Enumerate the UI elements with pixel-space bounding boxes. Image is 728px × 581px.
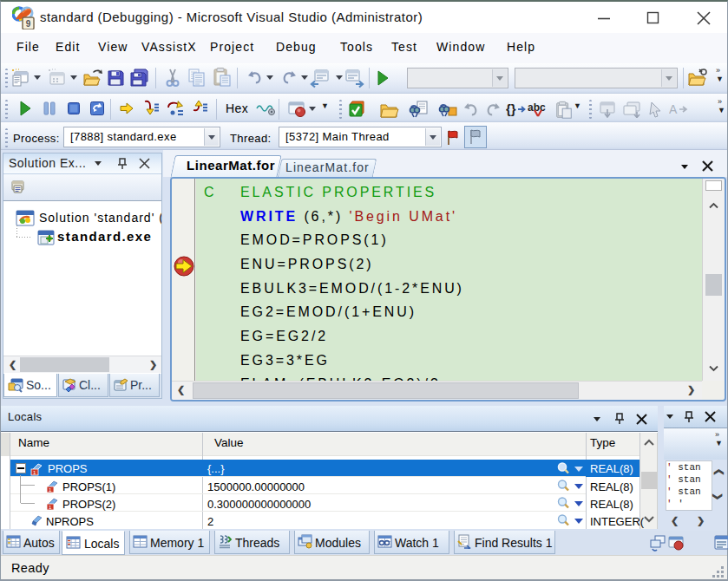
svg-text:abc: abc (528, 101, 546, 114)
svg-text:{}: {} (506, 101, 516, 116)
svg-text:9: 9 (26, 19, 31, 29)
svg-text:A: A (669, 102, 678, 116)
